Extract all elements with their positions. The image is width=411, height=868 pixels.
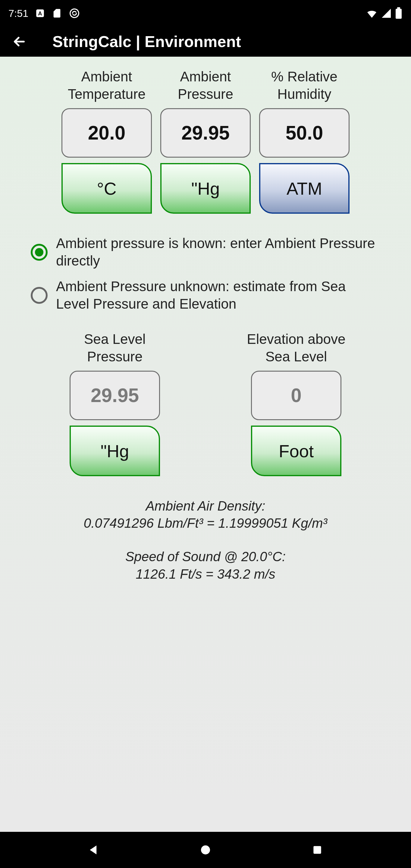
relative-humidity-label: % Relative Humidity — [271, 68, 338, 103]
ambient-temperature-input[interactable]: 20.0 — [61, 108, 152, 158]
relative-humidity-input[interactable]: 50.0 — [259, 108, 350, 158]
humidity-unit-button[interactable]: ATM — [259, 163, 350, 214]
bottom-input-row: Sea Level Pressure 29.95 "Hg Elevation a… — [15, 331, 396, 476]
sea-level-pressure-unit-button[interactable]: "Hg — [70, 426, 160, 476]
ambient-temperature-group: Ambient Temperature 20.0 °C — [61, 68, 152, 214]
svg-point-2 — [70, 9, 79, 18]
sea-level-pressure-group: Sea Level Pressure 29.95 "Hg — [52, 331, 178, 476]
status-left: 7:51 A — [8, 7, 80, 19]
back-button[interactable] — [7, 30, 31, 54]
elevation-unit-button[interactable]: Foot — [251, 426, 341, 476]
app-bar: StringCalc | Environment — [0, 27, 411, 57]
sea-level-pressure-input[interactable]: 29.95 — [70, 371, 160, 420]
status-bar: 7:51 A — [0, 0, 411, 27]
status-app-icon: A — [35, 8, 45, 19]
svg-text:A: A — [38, 10, 42, 17]
navigation-bar — [0, 832, 411, 868]
sd-card-icon — [52, 8, 62, 19]
results-area: Ambient Air Density: 0.07491296 Lbm/Ft³ … — [15, 497, 396, 599]
arrow-left-icon — [11, 34, 27, 50]
ambient-pressure-label: Ambient Pressure — [178, 68, 233, 103]
app-title: StringCalc | Environment — [53, 33, 241, 51]
circle-home-icon — [199, 844, 212, 856]
speed-of-sound-result: Speed of Sound @ 20.0°C: 1126.1 Ft/s = 3… — [15, 548, 396, 582]
wifi-icon — [366, 7, 378, 19]
square-recent-icon — [312, 844, 323, 856]
ambient-pressure-group: Ambient Pressure 29.95 "Hg — [160, 68, 251, 214]
svg-point-5 — [201, 845, 210, 855]
radio-pressure-unknown-label: Ambient Pressure unknown: estimate from … — [56, 278, 380, 313]
air-density-label: Ambient Air Density: — [15, 497, 396, 515]
elevation-group: Elevation above Sea Level 0 Foot — [233, 331, 359, 476]
svg-rect-6 — [313, 846, 321, 854]
radio-icon — [31, 287, 48, 304]
content-area: Ambient Temperature 20.0 °C Ambient Pres… — [0, 57, 411, 832]
top-input-row: Ambient Temperature 20.0 °C Ambient Pres… — [15, 68, 396, 214]
svg-rect-4 — [397, 7, 400, 9]
speed-of-sound-value: 1126.1 Ft/s = 343.2 m/s — [15, 565, 396, 583]
air-density-value: 0.07491296 Lbm/Ft³ = 1.19999051 Kg/m³ — [15, 515, 396, 532]
relative-humidity-group: % Relative Humidity 50.0 ATM — [259, 68, 350, 214]
temperature-unit-button[interactable]: °C — [61, 163, 152, 214]
speed-of-sound-label: Speed of Sound @ 20.0°C: — [15, 548, 396, 565]
radio-icon — [31, 244, 48, 261]
pressure-mode-radio-group: Ambient pressure is known: enter Ambient… — [15, 235, 396, 313]
phone-frame: 7:51 A StringCalc — [0, 0, 411, 868]
elevation-label: Elevation above Sea Level — [247, 331, 345, 365]
radio-pressure-unknown[interactable]: Ambient Pressure unknown: estimate from … — [31, 278, 380, 313]
elevation-input[interactable]: 0 — [251, 371, 341, 420]
svg-rect-3 — [396, 9, 402, 19]
ambient-pressure-input[interactable]: 29.95 — [160, 108, 251, 158]
nav-back-button[interactable] — [76, 838, 112, 862]
nav-recent-button[interactable] — [299, 838, 335, 862]
sea-level-pressure-label: Sea Level Pressure — [84, 331, 146, 365]
cell-signal-icon — [381, 8, 392, 19]
pressure-unit-button[interactable]: "Hg — [160, 163, 251, 214]
triangle-back-icon — [87, 843, 100, 857]
air-density-result: Ambient Air Density: 0.07491296 Lbm/Ft³ … — [15, 497, 396, 532]
battery-icon — [395, 7, 403, 19]
status-time: 7:51 — [8, 7, 28, 19]
nav-home-button[interactable] — [187, 838, 224, 862]
radio-pressure-known-label: Ambient pressure is known: enter Ambient… — [56, 235, 380, 270]
radio-pressure-known[interactable]: Ambient pressure is known: enter Ambient… — [31, 235, 380, 270]
ambient-temperature-label: Ambient Temperature — [68, 68, 146, 103]
status-right — [366, 7, 403, 19]
sync-icon — [69, 7, 80, 19]
